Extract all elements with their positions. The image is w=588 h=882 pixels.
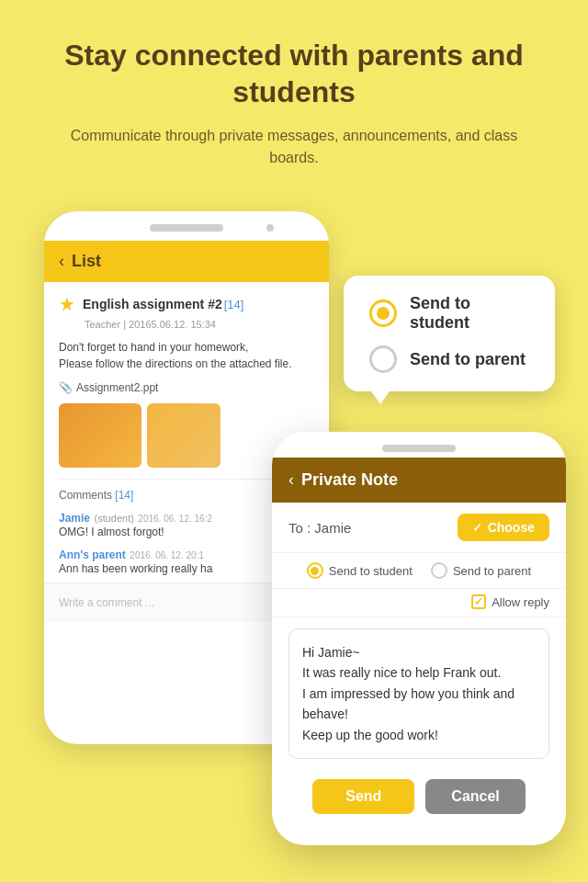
pb-post-body: Don't forget to hand in your homework, P… [59, 339, 314, 372]
pb-attachment: 📎 Assignment2.ppt [59, 381, 314, 394]
send-options-tooltip: Send to student Send to parent [344, 276, 555, 391]
pf-actions: Send Cancel [272, 770, 566, 829]
pb-comments-badge: [14] [115, 489, 133, 502]
pf-radio-parent-option[interactable]: Send to parent [431, 562, 531, 579]
pf-screen-title: Private Note [301, 470, 398, 490]
radio-student-inner [377, 307, 390, 320]
pb-star-icon: ★ [59, 293, 75, 315]
pf-message-area[interactable]: Hi Jamie~ It was really nice to help Fra… [288, 628, 549, 759]
pf-allow-row: ✓ Allow reply [272, 589, 566, 617]
pf-choose-label: Choose [488, 520, 535, 535]
pf-radio-parent-label: Send to parent [453, 564, 531, 578]
pb-screen-title: List [72, 252, 101, 271]
pb-post-badge: [14] [224, 298, 244, 311]
pb-comment1-time: 2016. 06. 12. 16:2 [138, 514, 212, 524]
pb-post-title: English assignment #2 [83, 297, 222, 311]
radio-parent-circle[interactable] [369, 345, 397, 373]
radio-student-circle[interactable] [369, 300, 397, 327]
pf-options-row: Send to student Send to parent [272, 553, 566, 589]
pb-topbar: ‹ List [44, 241, 329, 282]
tooltip-option-parent[interactable]: Send to parent [369, 345, 529, 373]
phone-front: ‹ Private Note To : Jamie ✓ Choose Send … [272, 432, 566, 845]
pb-comment1-name: Jamie [59, 512, 90, 525]
page-subtitle: Communicate through private messages, an… [55, 125, 533, 169]
pf-topbar: ‹ Private Note [272, 458, 566, 503]
pf-checkbox-check-icon: ✓ [474, 595, 483, 608]
pf-to-label: To : Jamie [288, 520, 351, 536]
pf-radio-student-circle[interactable] [307, 562, 323, 579]
tooltip-student-label: Send to student [410, 294, 529, 333]
pf-body: To : Jamie ✓ Choose Send to student Send… [272, 503, 566, 829]
pb-body-line1: Don't forget to hand in your homework, [59, 341, 248, 354]
pf-send-button[interactable]: Send [312, 779, 414, 814]
pb-attachment-name: Assignment2.ppt [76, 381, 158, 394]
phone-back-camera [266, 224, 274, 232]
pb-back-arrow-icon[interactable]: ‹ [59, 252, 64, 271]
pf-to-row: To : Jamie ✓ Choose [272, 503, 566, 553]
pf-radio-student-option[interactable]: Send to student [307, 562, 413, 579]
pf-cancel-button[interactable]: Cancel [425, 779, 525, 814]
pf-back-arrow-icon[interactable]: ‹ [288, 470, 294, 490]
pb-post-meta: Teacher | 20165.06.12. 15:34 [85, 319, 314, 330]
pb-clip-icon: 📎 [59, 381, 73, 394]
check-icon: ✓ [472, 521, 482, 535]
pf-radio-parent-circle[interactable] [431, 562, 447, 579]
pb-write-placeholder: Write a comment ... [59, 596, 154, 609]
page-title: Stay connected with parents and students [55, 37, 533, 110]
pf-radio-student-label: Send to student [329, 564, 413, 578]
pf-choose-button[interactable]: ✓ Choose [458, 514, 549, 541]
header-section: Stay connected with parents and students… [0, 0, 588, 187]
pb-image-2 [147, 403, 220, 468]
tooltip-option-student[interactable]: Send to student [369, 294, 529, 333]
pb-body-line2: Please follow the directions on the atta… [59, 357, 292, 370]
pb-comment1-role: (student) [94, 513, 133, 524]
pb-comment2-time: 2016. 06. 12. 20:1 [130, 550, 204, 560]
pb-post-header: ★ English assignment #2 [14] [59, 293, 314, 315]
phone-front-notch [382, 445, 456, 452]
pb-comment2-name: Ann's parent [59, 548, 126, 561]
phone-back-notch [150, 224, 223, 232]
pf-allow-label: Allow reply [492, 595, 549, 609]
pb-image-1 [59, 403, 141, 468]
pf-allow-checkbox[interactable]: ✓ [471, 594, 486, 609]
tooltip-parent-label: Send to parent [410, 350, 526, 369]
pf-radio-student-inner [311, 567, 319, 575]
